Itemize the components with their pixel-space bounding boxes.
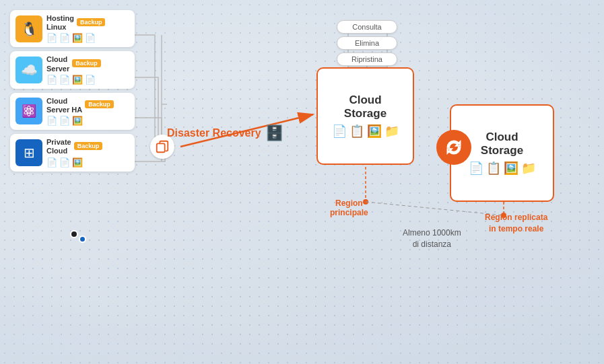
action-bubbles: Consulta Elimina Ripristina: [337, 20, 397, 66]
action-consulta[interactable]: Consulta: [337, 20, 397, 34]
left-panel: 🐧 Hosting Linux Backup 📄 📄 🖼️ 📄 ☁️ Cloud…: [10, 10, 135, 172]
private-cloud-backup-badge: Backup: [74, 142, 103, 150]
distance-label: Almeno 1000km di distanza: [403, 227, 461, 250]
cs-image-icon-2: 🖼️: [504, 161, 518, 176]
file-icon-9: 📄: [46, 157, 57, 168]
hosting-linux-file-icons: 📄 📄 🖼️ 📄: [46, 33, 129, 43]
cloud-server-ha-icon: ⚛️: [22, 104, 36, 118]
cs-doc-icon-1: 📁: [384, 124, 399, 139]
cs-pdf-icon-2: 📋: [486, 161, 501, 176]
location-pin-2: [79, 235, 86, 243]
cloud-storage-primary-title: Cloud Storage: [344, 94, 387, 121]
file-icon-2: 📄: [59, 33, 70, 43]
cs-pdf-icon-1: 📋: [349, 124, 364, 139]
cloud-server-ha-info: Cloud Server HA Backup 📄 📄 🖼️: [46, 97, 129, 126]
disaster-recovery-label: Disaster Recovery: [167, 127, 261, 139]
action-ripristina[interactable]: Ripristina: [337, 52, 397, 66]
image-icon-4: 🖼️: [72, 157, 83, 168]
file-icon-8: 📄: [59, 116, 70, 126]
file-icon-10: 📄: [59, 157, 70, 168]
sync-circle: [436, 130, 471, 165]
cs-file-icon-1: 📄: [332, 124, 347, 139]
file-icon-6: 📄: [85, 75, 96, 85]
cloud-server-file-icons: 📄 📄 🖼️ 📄: [46, 75, 129, 85]
cloud-storage-secondary-icons: 📄 📋 🖼️ 📁: [469, 161, 536, 176]
cloud-server-ha-icon-box: ⚛️: [15, 98, 42, 124]
cloud-server-ha-name: Cloud Server HA: [46, 97, 82, 114]
cloud-server-ha-card: ⚛️ Cloud Server HA Backup 📄 📄 🖼️: [10, 93, 135, 130]
cloud-server-info: Cloud Server Backup 📄 📄 🖼️ 📄: [46, 55, 129, 84]
cloud-storage-primary-icons: 📄 📋 🖼️ 📁: [332, 124, 399, 139]
region-replicata-label: Region replicata in tempo reale: [485, 212, 547, 235]
sync-icon: [444, 138, 463, 157]
cloud-server-icon-box: ☁️: [15, 57, 42, 83]
linux-icon: 🐧: [21, 21, 38, 37]
cloud-server-name: Cloud Server: [46, 55, 69, 73]
cs-image-icon-1: 🖼️: [367, 124, 382, 139]
action-elimina[interactable]: Elimina: [337, 36, 397, 50]
file-icon-4: 📄: [46, 75, 57, 85]
cs-file-icon-2: 📄: [469, 161, 483, 176]
cloud-server-ha-file-icons: 📄 📄 🖼️: [46, 116, 129, 126]
file-icon-1: 📄: [46, 33, 57, 43]
cloud-storage-primary: Cloud Storage 📄 📋 🖼️ 📁: [316, 67, 414, 165]
cs-doc-icon-2: 📁: [521, 161, 536, 176]
cloud-server-ha-backup-badge: Backup: [85, 100, 114, 108]
hosting-linux-info: Hosting Linux Backup 📄 📄 🖼️ 📄: [46, 14, 129, 43]
cloud-storage-secondary-title: Cloud Storage: [481, 131, 523, 158]
svg-rect-15: [157, 143, 165, 152]
private-cloud-info: Private Cloud Backup 📄 📄 🖼️: [46, 138, 129, 167]
hosting-linux-icon-box: 🐧: [15, 15, 42, 42]
private-cloud-icon-box: ⊞: [15, 139, 42, 166]
private-cloud-card: ⊞ Private Cloud Backup 📄 📄 🖼️: [10, 134, 135, 171]
private-cloud-name: Private Cloud: [46, 138, 71, 155]
private-cloud-icon: ⊞: [24, 145, 35, 161]
cloud-server-card: ☁️ Cloud Server Backup 📄 📄 🖼️ 📄: [10, 51, 135, 88]
cloud-server-icon: ☁️: [21, 62, 38, 78]
file-icon-7: 📄: [46, 116, 57, 126]
image-icon-2: 🖼️: [72, 75, 83, 85]
disaster-recovery-section: Disaster Recovery 🗄️: [167, 124, 283, 142]
file-icon-3: 📄: [85, 33, 96, 43]
disaster-recovery-icon: 🗄️: [265, 124, 283, 142]
image-icon-1: 🖼️: [72, 33, 83, 43]
cloud-server-backup-badge: Backup: [72, 59, 101, 67]
region-principale-label: Region principale: [330, 198, 368, 217]
image-icon-3: 🖼️: [72, 116, 83, 126]
private-cloud-file-icons: 📄 📄 🖼️: [46, 157, 129, 168]
hosting-linux-card: 🐧 Hosting Linux Backup 📄 📄 🖼️ 📄: [10, 10, 135, 47]
hosting-linux-name: Hosting Linux: [46, 14, 74, 32]
hosting-linux-backup-badge: Backup: [77, 18, 106, 26]
location-pin-1: [70, 230, 78, 238]
file-icon-5: 📄: [59, 75, 70, 85]
